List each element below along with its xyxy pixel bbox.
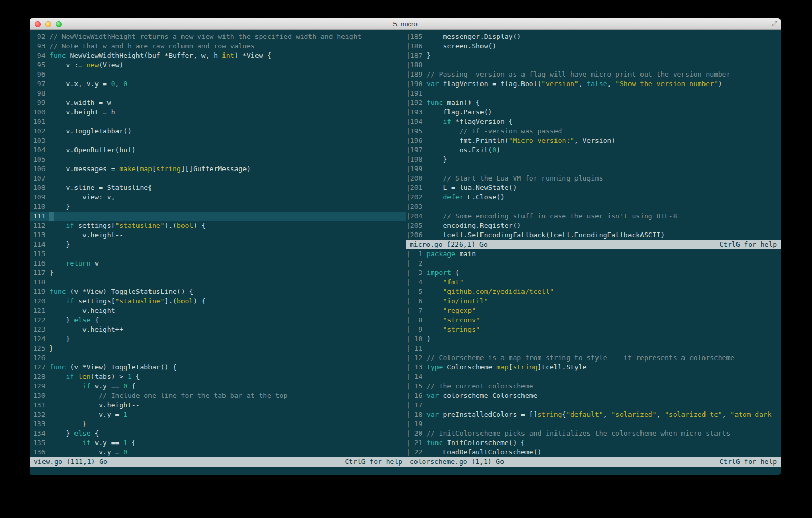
code-line[interactable]: 128 if len(tabs) > 1 { bbox=[30, 372, 406, 382]
code-line[interactable]: |3import ( bbox=[406, 268, 781, 278]
code-line[interactable]: |1package main bbox=[406, 249, 781, 259]
code-line[interactable]: 117} bbox=[30, 268, 406, 278]
code-line[interactable]: 102 v.ToggleTabbar() bbox=[30, 126, 406, 136]
window-resize-icon[interactable]: ⤢ bbox=[772, 19, 777, 28]
code-line[interactable]: |204 // Some encoding stuff in case the … bbox=[406, 212, 781, 221]
code-line[interactable]: 109 view: v, bbox=[30, 193, 406, 202]
close-button[interactable] bbox=[35, 21, 41, 27]
pane-view-go[interactable]: 92// NewViewWidthHeight returns a new vi… bbox=[30, 32, 406, 457]
code-line[interactable]: |202 defer L.Close() bbox=[406, 193, 781, 202]
code-line[interactable]: 106 v.messages = make(map[string][]Gutte… bbox=[30, 164, 406, 174]
code-line[interactable]: |2 bbox=[406, 259, 781, 268]
code-line[interactable]: 116 return v bbox=[30, 259, 406, 268]
code-line[interactable]: 123 v.height++ bbox=[30, 325, 406, 334]
code-line[interactable]: 110 } bbox=[30, 202, 406, 212]
code-line[interactable]: |4 "fmt" bbox=[406, 278, 781, 287]
code-line[interactable]: |7 "regexp" bbox=[406, 306, 781, 315]
code-line[interactable]: |21func InitColorscheme() { bbox=[406, 438, 781, 448]
code-line[interactable]: |9 "strings" bbox=[406, 325, 781, 334]
code-text bbox=[49, 136, 406, 145]
code-line[interactable]: |12// Colorscheme is a map from string t… bbox=[406, 353, 781, 363]
code-line[interactable]: |8 "strconv" bbox=[406, 315, 781, 325]
code-line[interactable]: |17 bbox=[406, 400, 781, 410]
code-line[interactable]: 114 } bbox=[30, 240, 406, 249]
code-line[interactable]: 133 } bbox=[30, 419, 406, 429]
code-line[interactable]: 132 v.y = 1 bbox=[30, 410, 406, 419]
code-line[interactable]: 119func (v *View) ToggleStatusLine() { bbox=[30, 287, 406, 297]
code-line[interactable]: |193 flag.Parse() bbox=[406, 108, 781, 117]
pane-colorscheme-go[interactable]: |1package main|2|3import (|4 "fmt"|5 "gi… bbox=[406, 249, 781, 457]
code-line[interactable]: 125} bbox=[30, 344, 406, 353]
pane-micro-go[interactable]: |185 messenger.Display()|186 screen.Show… bbox=[406, 32, 781, 240]
code-line[interactable]: 115 bbox=[30, 249, 406, 259]
code-line[interactable]: |11 bbox=[406, 344, 781, 353]
code-line[interactable]: |20// InitColorscheme picks and initiali… bbox=[406, 429, 781, 438]
minimize-button[interactable] bbox=[45, 21, 51, 27]
code-line[interactable]: 94func NewViewWidthHeight(buf *Buffer, w… bbox=[30, 51, 406, 60]
code-line[interactable]: |187} bbox=[406, 51, 781, 60]
line-number: 102 bbox=[33, 126, 45, 136]
code-line[interactable]: |195 // If -version was passed bbox=[406, 126, 781, 136]
code-line[interactable]: 124 } bbox=[30, 334, 406, 344]
code-line[interactable]: 108 v.sline = Statusline{ bbox=[30, 183, 406, 193]
code-line[interactable]: 135 if v.y == 1 { bbox=[30, 438, 406, 448]
code-line[interactable]: |18var preInstalledColors = []string{"de… bbox=[406, 410, 781, 419]
titlebar[interactable]: 5. micro ⤢ bbox=[30, 18, 781, 30]
split-divider: | bbox=[406, 136, 410, 145]
code-line[interactable]: |14 bbox=[406, 372, 781, 382]
code-line[interactable]: 122 } else { bbox=[30, 315, 406, 325]
code-line[interactable]: |16var colorscheme Colorscheme bbox=[406, 391, 781, 400]
code-line[interactable]: 127func (v *View) ToggleTabbar() { bbox=[30, 363, 406, 372]
code-line[interactable]: 98 bbox=[30, 89, 406, 98]
code-line[interactable]: |19 bbox=[406, 419, 781, 429]
code-line[interactable]: 134 } else { bbox=[30, 429, 406, 438]
code-line[interactable]: 104 v.OpenBuffer(buf) bbox=[30, 145, 406, 155]
code-line[interactable]: 101 bbox=[30, 117, 406, 126]
code-line[interactable]: |192func main() { bbox=[406, 98, 781, 108]
code-line[interactable]: |206 tcell.SetEncodingFallback(tcell.Enc… bbox=[406, 230, 781, 240]
code-line[interactable]: 111 bbox=[30, 212, 406, 221]
code-line[interactable]: |185 messenger.Display() bbox=[406, 32, 781, 41]
code-line[interactable]: |13type Colorscheme map[string]tcell.Sty… bbox=[406, 363, 781, 372]
zoom-button[interactable] bbox=[56, 21, 62, 27]
code-line[interactable]: 130 // Include one line for the tab bar … bbox=[30, 391, 406, 400]
code-line[interactable]: |6 "io/ioutil" bbox=[406, 297, 781, 306]
code-line[interactable]: |197 os.Exit(0) bbox=[406, 145, 781, 155]
code-line[interactable]: 136 v.y = 0 bbox=[30, 448, 406, 457]
code-line[interactable]: 107 bbox=[30, 174, 406, 183]
code-line[interactable]: 97 v.x, v.y = 0, 0 bbox=[30, 79, 406, 89]
code-line[interactable]: 131 v.height-- bbox=[30, 400, 406, 410]
code-line[interactable]: |201 L = lua.NewState() bbox=[406, 183, 781, 193]
code-line[interactable]: 129 if v.y == 0 { bbox=[30, 382, 406, 391]
code-line[interactable]: |194 if *flagVersion { bbox=[406, 117, 781, 126]
code-line[interactable]: |22 LoadDefaultColorscheme() bbox=[406, 448, 781, 457]
code-line[interactable]: |15// The current colorscheme bbox=[406, 382, 781, 391]
code-line[interactable]: 112 if settings["statusline"].(bool) { bbox=[30, 221, 406, 230]
code-line[interactable]: |5 "github.com/zyedidia/tcell" bbox=[406, 287, 781, 297]
code-line[interactable]: 105 bbox=[30, 155, 406, 164]
code-line[interactable]: |198 } bbox=[406, 155, 781, 164]
code-line[interactable]: 113 v.height-- bbox=[30, 230, 406, 240]
code-line[interactable]: |205 encoding.Register() bbox=[406, 221, 781, 230]
code-line[interactable]: 100 v.height = h bbox=[30, 108, 406, 117]
code-line[interactable]: |190var flagVersion = flag.Bool("version… bbox=[406, 79, 781, 89]
code-line[interactable]: 118 bbox=[30, 278, 406, 287]
code-line[interactable]: 99 v.width = w bbox=[30, 98, 406, 108]
code-line[interactable]: 92// NewViewWidthHeight returns a new vi… bbox=[30, 32, 406, 41]
code-line[interactable]: |200 // Start the Lua VM for running plu… bbox=[406, 174, 781, 183]
code-line[interactable]: 103 bbox=[30, 136, 406, 145]
code-line[interactable]: |203 bbox=[406, 202, 781, 212]
code-line[interactable]: 95 v := new(View) bbox=[30, 60, 406, 70]
code-line[interactable]: |189// Passing -version as a flag will h… bbox=[406, 70, 781, 79]
code-line[interactable]: |10) bbox=[406, 334, 781, 344]
code-line[interactable]: 93// Note that w and h are raw column an… bbox=[30, 41, 406, 51]
code-line[interactable]: |199 bbox=[406, 164, 781, 174]
code-line[interactable]: |186 screen.Show() bbox=[406, 41, 781, 51]
code-line[interactable]: |191 bbox=[406, 89, 781, 98]
code-line[interactable]: 121 v.height-- bbox=[30, 306, 406, 315]
code-line[interactable]: 96 bbox=[30, 70, 406, 79]
code-line[interactable]: |196 fmt.Println("Micro version:", Versi… bbox=[406, 136, 781, 145]
code-line[interactable]: 120 if settings["statusline"].(bool) { bbox=[30, 297, 406, 306]
code-line[interactable]: 126 bbox=[30, 353, 406, 363]
code-line[interactable]: |188 bbox=[406, 60, 781, 70]
